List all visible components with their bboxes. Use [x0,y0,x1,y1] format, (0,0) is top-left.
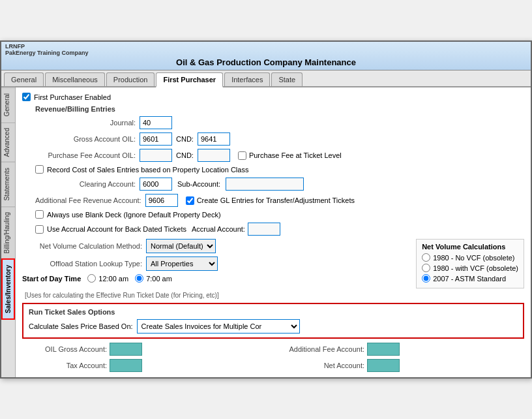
tab-interfaces[interactable]: Interfaces [224,72,270,86]
tax-account-input[interactable] [110,359,142,372]
purchase-fee-input[interactable] [140,149,172,162]
additional-fee-row: Additional Fee Revenue Account: Create G… [22,194,524,207]
net-account-label: Net Account: [280,362,364,369]
first-purchaser-enabled-row: First Purchaser Enabled [22,93,524,101]
accrual-checkbox[interactable] [35,225,44,234]
app-id: LRNFP PakEnergy Training Company [5,43,527,56]
accrual-account-input[interactable] [248,223,280,236]
time-0700-radio[interactable] [135,274,143,283]
create-gl-label: Create GL Entries for Transfer/Adjustmen… [197,196,355,204]
side-tab-billing[interactable]: Billing/Hauling [1,206,15,258]
title-bar: LRNFP PakEnergy Training Company Oil & G… [1,42,531,70]
clearing-account-row: Clearing Account: Sub-Account: [22,178,524,191]
purchase-fee-ticket-label: Purchase Fee at Ticket Level [249,151,342,159]
content-area: General Advanced Statements Billing/Haul… [1,87,531,377]
cnd-input-2[interactable] [198,149,230,162]
cnd-label-2: CND: [176,151,194,159]
start-of-day-row: Start of Day Time 12:00 am 7:00 am [22,274,409,283]
side-tab-general[interactable]: General [1,87,15,122]
net-volume-method-row: Net Volume Calculation Method: Normal (D… [22,239,409,253]
calc-price-row: Calculate Sales Price Based On: Create S… [29,319,518,334]
tax-account-label: Tax Account: [22,362,107,369]
nvc-1980-with-row: 1980 - with VCF (obsolete) [422,264,518,272]
additional-fee-account-row: Additional Fee Account: [280,343,524,356]
run-ticket-box: Run Ticket Sales Options Calculate Sales… [22,303,524,339]
tab-state[interactable]: State [271,72,303,86]
net-volume-method-label: Net Volume Calculation Method: [22,242,146,250]
tab-first-purchaser[interactable]: First Purchaser [156,72,223,87]
nvc-1980-no-radio[interactable] [422,253,430,262]
nvc-2007-label: 2007 - ASTM Standard [433,275,506,283]
side-tab-statements[interactable]: Statements [1,162,15,206]
accounts-grid: OIL Gross Account: Additional Fee Accoun… [22,343,524,372]
journal-input[interactable] [140,116,172,129]
run-ticket-title: Run Ticket Sales Options [29,308,518,316]
accrual-account-label: Accrual Account: [192,225,245,233]
oil-gross-input[interactable] [110,343,142,356]
clearing-input[interactable] [140,178,172,191]
nvc-1980-with-label: 1980 - with VCF (obsolete) [433,264,518,272]
record-cost-checkbox[interactable] [35,165,44,174]
first-purchaser-label: First Purchaser Enabled [34,93,111,101]
net-volume-calc-title: Net Volume Calculations [422,243,518,251]
tax-account-row: Tax Account: [22,359,267,372]
offload-station-row: Offload Station Lookup Type: All Propert… [22,256,409,271]
effective-run-note: [Uses for calculating the Effective Run … [22,292,524,299]
oil-gross-account-row: OIL Gross Account: [22,343,267,356]
nvc-1980-no-row: 1980 - No VCF (obsolete) [422,253,518,262]
additional-fee-acct-label: Additional Fee Account: [280,345,364,353]
main-window: LRNFP PakEnergy Training Company Oil & G… [0,40,532,379]
start-day-label: Start of Day Time [22,275,81,283]
purchase-fee-label: Purchase Fee Account OIL: [35,151,140,159]
nvc-2007-row: 2007 - ASTM Standard [422,274,518,283]
tab-miscellaneous[interactable]: Miscellaneous [45,72,105,86]
additional-fee-label: Additional Fee Revenue Account: [35,196,145,204]
purchase-fee-row: Purchase Fee Account OIL: CND: Purchase … [22,149,524,162]
main-content-panel: First Purchaser Enabled Revenue/Billing … [16,87,531,377]
journal-label: Journal: [35,119,140,127]
gross-account-input[interactable] [140,132,172,146]
accrual-label: Use Accrual Account for Back Dated Ticke… [47,225,186,233]
tab-production[interactable]: Production [106,72,155,86]
side-tab-sales[interactable]: Sales/Inventory [1,258,15,320]
calc-price-label: Calculate Sales Price Based On: [29,322,133,330]
net-volume-section: Net Volume Calculation Method: Normal (D… [22,239,524,288]
net-volume-calc-box: Net Volume Calculations 1980 - No VCF (o… [416,239,524,288]
blank-deck-checkbox[interactable] [35,210,44,219]
side-tabs: General Advanced Statements Billing/Haul… [1,87,16,377]
blank-deck-label: Always use Blank Deck (Ignore Default Pr… [47,211,221,219]
journal-row: Journal: [22,116,524,129]
revenue-billing-label: Revenue/Billing Entries [22,105,524,113]
top-tabs: General Miscellaneous Production First P… [1,70,531,87]
additional-fee-acct-input[interactable] [367,343,400,356]
gross-account-row: Gross Account OIL: CND: [22,132,524,146]
clearing-label: Clearing Account: [35,180,140,188]
accrual-row: Use Accrual Account for Back Dated Ticke… [22,223,524,236]
nvc-2007-radio[interactable] [422,274,430,283]
record-cost-label: Record Cost of Sales Entries based on Pr… [47,166,248,174]
side-tab-advanced[interactable]: Advanced [1,122,15,162]
net-volume-method-select[interactable]: Normal (Default) Method 2 Method 3 [146,239,216,253]
time-1200-label: 12:00 am [98,275,128,283]
nvc-1980-no-label: 1980 - No VCF (obsolete) [433,254,514,262]
tab-general[interactable]: General [4,72,44,86]
net-account-row: Net Account: [280,359,524,372]
sub-account-input[interactable] [226,178,304,191]
nvc-1980-with-radio[interactable] [422,264,430,272]
net-account-input[interactable] [367,359,400,372]
cnd-input-1[interactable] [198,132,230,146]
create-gl-checkbox[interactable] [186,196,194,205]
calc-price-select[interactable]: Create Sales Invoices for Multiple Cor O… [137,319,300,334]
time-1200-radio[interactable] [87,274,96,283]
additional-fee-input[interactable] [145,194,178,207]
time-0700-label: 7:00 am [146,275,172,283]
gross-account-label: Gross Account OIL: [35,135,140,143]
sub-account-label: Sub-Account: [177,180,220,188]
offload-station-select[interactable]: All Properties Current Property Lease Pr… [146,256,218,271]
net-volume-left: Net Volume Calculation Method: Normal (D… [22,239,409,288]
first-purchaser-checkbox[interactable] [22,93,31,101]
always-blank-deck-row: Always use Blank Deck (Ignore Default Pr… [22,210,524,219]
offload-station-label: Offload Station Lookup Type: [22,260,146,268]
oil-gross-label: OIL Gross Account: [22,345,107,353]
purchase-fee-ticket-checkbox[interactable] [238,151,246,160]
